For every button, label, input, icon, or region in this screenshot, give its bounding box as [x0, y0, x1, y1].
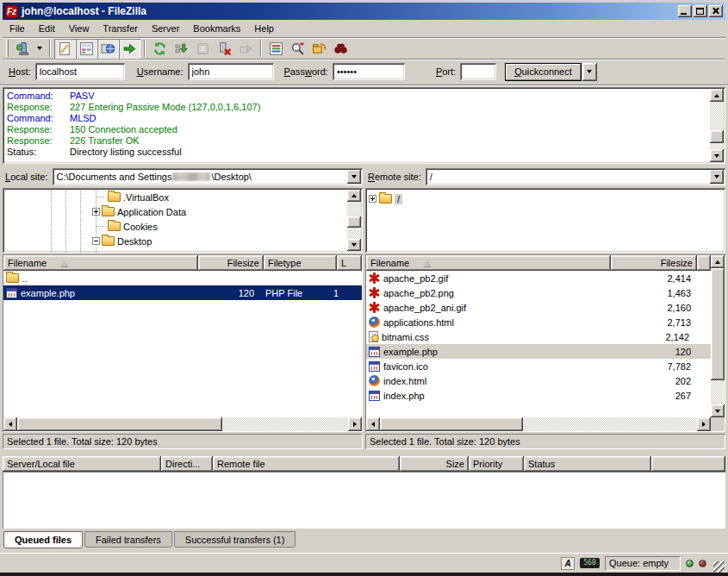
site-manager-dropdown-button[interactable]	[34, 39, 46, 59]
reconnect-button[interactable]	[235, 39, 257, 59]
menu-server[interactable]: Server	[145, 22, 186, 36]
close-button[interactable]	[709, 5, 723, 17]
resize-grip[interactable]	[713, 561, 725, 573]
column-header-server-local-file[interactable]: Server/Local file	[3, 456, 161, 472]
file-row[interactable]: bitnami.css2,142	[366, 329, 711, 344]
title-bar[interactable]: Fz john@localhost - FileZilla	[3, 3, 725, 20]
tab-successful-transfers[interactable]: Successful transfers (1)	[174, 531, 296, 548]
maximize-button[interactable]	[694, 5, 707, 17]
scrollbar-thumb[interactable]	[347, 216, 361, 228]
file-row[interactable]: applications.html2,713	[366, 315, 711, 329]
tree-item-desktop[interactable]: Desktop	[3, 234, 363, 248]
chevron-down-icon	[587, 70, 592, 73]
file-row[interactable]: apache_pb2.gif2,414	[366, 271, 711, 285]
file-row-parent[interactable]: ..	[3, 271, 362, 285]
refresh-button[interactable]	[149, 39, 171, 59]
combo-dropdown-icon[interactable]	[347, 170, 361, 184]
file-row-selected[interactable]: example.php 120 PHP File 1	[3, 285, 362, 300]
port-input[interactable]	[460, 63, 496, 80]
scroll-down-icon[interactable]	[347, 239, 361, 251]
log-line: Status:Directory listing successful	[7, 147, 706, 158]
scroll-down-icon[interactable]	[710, 149, 724, 162]
file-row[interactable]: apache_pb2.png1,463	[366, 285, 711, 300]
scroll-left-icon[interactable]	[3, 417, 17, 431]
file-row[interactable]: favicon.ico7,782	[366, 359, 711, 373]
tree-item-application-data[interactable]: Application Data	[3, 204, 363, 219]
menu-view[interactable]: View	[62, 22, 96, 36]
scrollbar-thumb[interactable]	[710, 130, 724, 143]
speed-limit-badge-icon[interactable]: 560	[580, 558, 600, 568]
scroll-up-icon[interactable]	[710, 89, 724, 102]
folder-icon	[108, 192, 121, 202]
scrollbar-thumb[interactable]	[711, 268, 725, 380]
local-path-combo[interactable]: C:\Documents and Settings\Desktop\	[53, 168, 363, 185]
file-row[interactable]: index.php267	[366, 388, 711, 403]
site-manager-button[interactable]	[12, 39, 34, 59]
password-input[interactable]	[333, 63, 405, 80]
toggle-queue-button[interactable]	[119, 39, 140, 59]
toggle-message-log-button[interactable]	[54, 39, 76, 59]
toolbar-grip[interactable]	[6, 40, 9, 57]
tree-item-root[interactable]: /	[365, 191, 725, 206]
remote-vscrollbar[interactable]	[711, 255, 725, 417]
menu-edit[interactable]: Edit	[32, 22, 62, 36]
process-queue-button[interactable]	[171, 39, 192, 59]
disconnect-button[interactable]	[214, 39, 235, 59]
column-header-remote-file[interactable]: Remote file	[213, 456, 400, 472]
username-input[interactable]	[188, 63, 274, 80]
menu-file[interactable]: File	[3, 22, 32, 36]
directory-comparison-button[interactable]	[287, 39, 308, 59]
minimize-button[interactable]	[678, 5, 692, 17]
file-row[interactable]: index.html202	[366, 373, 711, 388]
file-row[interactable]: apache_pb2_ani.gif2,160	[366, 300, 711, 315]
tree-item-virtualbox[interactable]: .VirtualBox	[3, 190, 363, 204]
column-header-filename[interactable]: Filename	[3, 255, 198, 271]
remote-path-combo[interactable]: /	[426, 168, 725, 185]
host-input[interactable]	[35, 63, 125, 80]
collapse-minus-icon[interactable]	[92, 237, 100, 245]
local-tree-scrollbar[interactable]	[347, 190, 361, 251]
synchronized-browsing-button[interactable]	[308, 39, 330, 59]
menu-help[interactable]: Help	[247, 22, 281, 36]
data-type-indicator-icon[interactable]: A	[561, 557, 575, 570]
scrollbar-thumb[interactable]	[17, 417, 222, 431]
local-hscrollbar[interactable]	[3, 417, 362, 431]
expand-plus-icon[interactable]	[92, 208, 100, 216]
cancel-button[interactable]	[192, 39, 214, 59]
toggle-local-tree-button[interactable]	[76, 39, 97, 59]
scroll-left-icon[interactable]	[366, 417, 380, 431]
quickconnect-dropdown-button[interactable]	[582, 63, 597, 81]
scroll-right-icon[interactable]	[348, 417, 362, 431]
scroll-up-icon[interactable]	[711, 255, 725, 268]
tab-failed-transfers[interactable]: Failed transfers	[84, 531, 172, 548]
column-header-status[interactable]: Status	[524, 456, 651, 472]
scroll-up-icon[interactable]	[347, 190, 361, 202]
column-header-filesize[interactable]: Filesize	[198, 255, 264, 271]
column-header-last-modified[interactable]: L	[337, 255, 362, 271]
scroll-right-icon[interactable]	[697, 417, 711, 431]
tree-item-cookies[interactable]: Cookies	[3, 219, 363, 234]
column-header-size[interactable]: Size	[400, 456, 469, 472]
log-scrollbar[interactable]	[710, 89, 724, 162]
column-header-filetype[interactable]: Filetype	[264, 255, 337, 271]
remote-hscrollbar[interactable]	[366, 417, 711, 431]
toggle-remote-tree-button[interactable]	[97, 39, 119, 59]
column-header-direction[interactable]: Directi...	[161, 456, 213, 472]
scrollbar-thumb[interactable]	[380, 417, 523, 431]
expand-plus-icon[interactable]	[369, 195, 376, 203]
tab-queued-files[interactable]: Queued files	[3, 531, 83, 548]
find-files-button[interactable]	[330, 39, 352, 59]
column-header-filesize[interactable]: Filesize	[611, 255, 697, 271]
filter-button[interactable]	[265, 39, 287, 59]
column-header-priority[interactable]: Priority	[469, 456, 524, 472]
remote-site-label: Remote site:	[368, 172, 421, 182]
quickconnect-button[interactable]: Quickconnect	[505, 63, 582, 81]
combo-dropdown-icon[interactable]	[710, 170, 724, 184]
log-line: Response:227 Entering Passive Mode (127,…	[7, 102, 706, 113]
menu-bookmarks[interactable]: Bookmarks	[186, 22, 247, 36]
file-row-selected[interactable]: example.php120	[366, 344, 711, 359]
menu-transfer[interactable]: Transfer	[96, 22, 145, 36]
scroll-down-icon[interactable]	[711, 404, 725, 417]
column-header-filename[interactable]: Filename	[366, 255, 611, 271]
queue-list[interactable]	[3, 472, 725, 529]
